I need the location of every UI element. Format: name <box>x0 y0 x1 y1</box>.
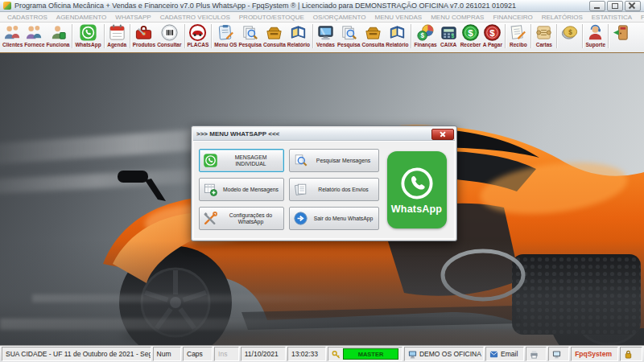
support-button[interactable]: Suporte <box>584 23 606 48</box>
individual-message-button[interactable]: MENSAGEM INDIVIDUAL <box>199 149 284 172</box>
menu-item-label: CADASTRO VEICULOS <box>160 14 230 21</box>
dialog-close-button[interactable] <box>431 129 454 140</box>
close-button[interactable] <box>625 1 641 11</box>
toolbar-button-label: Funciona <box>47 42 70 48</box>
toolbar: ClientesForneceFuncionaWhatsAppAgendaPro… <box>0 23 644 53</box>
menu-ferramentas[interactable]: FERRAMENTAS <box>637 14 644 21</box>
toolbar-button-label: Cartas <box>536 42 552 48</box>
dialog-title-bar[interactable]: >>> MENU WHATSAPP <<< <box>193 128 455 141</box>
agenda-button[interactable]: Agenda <box>106 23 128 48</box>
license-plates-button[interactable]: PLACAS <box>187 23 210 48</box>
payables-button[interactable]: $A Pagar <box>481 23 503 48</box>
menu-estatistica[interactable]: ESTATISTICA <box>588 14 636 21</box>
sales-report-button[interactable]: Relatório <box>385 23 409 48</box>
cashier-icon: $ <box>440 23 458 42</box>
coin-button[interactable]: $ <box>559 23 580 42</box>
menu-financeiro[interactable]: FINANCEIRO <box>489 14 536 21</box>
menu-produto-estoque[interactable]: PRODUTO/ESTOQUE <box>235 14 308 21</box>
receivables-button[interactable]: $Receber <box>460 23 482 48</box>
toolbar-button-label: Finanças <box>414 42 436 48</box>
book-icon <box>388 23 407 42</box>
suppliers-button[interactable]: Fornece <box>23 23 45 48</box>
consult-products-button[interactable]: Consultar <box>156 23 182 48</box>
drawer-icon <box>265 23 283 42</box>
receipt-button[interactable]: Recibo <box>507 23 529 48</box>
menu-vendas[interactable]: MENU VENDAS <box>370 14 426 21</box>
minimize-button[interactable] <box>589 1 605 11</box>
menu-item-label: RELATÓRIOS <box>542 14 583 21</box>
dialog-button-label: MENSAGEM INDIVIDUAL <box>221 154 280 167</box>
status-insert: Ins <box>214 347 239 361</box>
desktop-area: >>> MENU WHATSAPP <<< MENSAGEM INDIVIDUA… <box>0 53 644 345</box>
clients-button[interactable]: Clientes <box>2 23 23 48</box>
svg-text:$: $ <box>468 28 473 38</box>
search-messages-button[interactable]: Pesquisar Mensagens <box>289 149 379 172</box>
menu-relatorios[interactable]: RELATÓRIOS <box>538 14 587 21</box>
whatsapp-settings-button[interactable]: Configurações do WhatsApp <box>199 207 284 230</box>
menu-item-label: AGENDAMENTO <box>56 14 107 21</box>
sales-consult-button[interactable]: Consulta <box>361 23 385 48</box>
menu-cadastro-veiculos[interactable]: CADASTRO VEICULOS <box>156 14 234 21</box>
menu-whatsapp[interactable]: WHATSAPP <box>111 14 155 21</box>
menu-item-label: MENU COMPRAS <box>431 14 484 21</box>
toolbar-separator <box>556 24 557 48</box>
service-order-menu-button[interactable]: Menu OS <box>213 23 237 48</box>
finance-button[interactable]: $Finanças <box>413 23 437 48</box>
status-segment-text: DEMO OS OFICINA 7.0 <box>419 350 484 358</box>
sales-search-button[interactable]: Pesquisa <box>336 23 361 48</box>
dialog-button-label: Sair do Menu WhatsApp <box>312 216 375 222</box>
window-title: Programa Oficina Mecânica + Vendas e Fin… <box>14 2 586 10</box>
exit-button[interactable] <box>610 23 632 42</box>
letters-button[interactable]: Cartas <box>533 23 555 48</box>
whatsapp-logo-text: WhatsApp <box>391 204 442 215</box>
toolbar-separator <box>530 24 531 48</box>
os-report-button[interactable]: Relatório <box>287 23 311 48</box>
toolbar-button-label: Agenda <box>107 42 126 48</box>
whatsapp-button[interactable]: WhatsApp <box>74 23 101 48</box>
title-bar: Programa Oficina Mecânica + Vendas e Fin… <box>0 0 644 12</box>
products-button[interactable]: Produtos <box>132 23 157 48</box>
workorder-icon <box>217 23 235 42</box>
toolbar-button-label: Consulta <box>361 42 384 48</box>
exit-arrow-icon <box>293 211 308 226</box>
exit-whatsapp-menu-button[interactable]: Sair do Menu WhatsApp <box>289 207 379 230</box>
studio-floor <box>0 241 644 345</box>
suppliers-icon <box>25 23 43 42</box>
status-numlock: Num <box>153 347 181 361</box>
toolbar-button-label: Pesquisa <box>238 42 262 48</box>
coin-red-icon: $ <box>483 23 502 42</box>
menu-compras[interactable]: MENU COMPRAS <box>427 14 488 21</box>
status-brand: FpqSystem <box>571 347 618 361</box>
status-segment-text: Email <box>501 350 518 358</box>
message-template-button[interactable]: Modelo de Mensagens <box>199 178 284 201</box>
employees-button[interactable]: Funciona <box>46 23 71 48</box>
cashier-button[interactable]: $CAIXA <box>438 23 460 48</box>
dialog-button-label: Relatório dos Envios <box>312 187 375 193</box>
menu-cadastros[interactable]: CADASTROS <box>3 14 52 21</box>
msg-template-icon <box>203 182 218 197</box>
status-time: 13:02:33 <box>287 347 326 361</box>
toolbar-separator <box>608 24 609 48</box>
toolbar-separator <box>582 24 583 48</box>
dialog-button-label: Pesquisar Mensagens <box>312 158 375 164</box>
toolbar-button-label: CAIXA <box>440 42 456 48</box>
svg-text:$: $ <box>490 28 496 38</box>
maximize-button[interactable] <box>607 1 623 11</box>
barcode-icon <box>160 23 179 42</box>
menu-os-orcamento[interactable]: OS/ORÇAMENTO <box>309 14 370 21</box>
book-icon <box>289 23 308 42</box>
whatsapp-logo: WhatsApp <box>387 151 447 228</box>
finance-icon: $ <box>416 23 435 42</box>
menu-item-label: PRODUTO/ESTOQUE <box>239 14 304 21</box>
svg-text:$: $ <box>420 32 424 39</box>
toolbar-button-label: Produtos <box>133 42 156 48</box>
toolbar-separator <box>312 24 313 48</box>
send-report-button[interactable]: Relatório dos Envios <box>289 178 379 201</box>
menu-agendamento[interactable]: AGENDAMENTO <box>52 14 111 21</box>
os-consult-button[interactable]: Consulta <box>262 23 287 48</box>
toolbar-button-label: Menu OS <box>214 42 237 48</box>
sales-button[interactable]: Vendas <box>315 23 336 48</box>
os-search-button[interactable]: Pesquisa <box>237 23 262 48</box>
toolbar-button-label: Consulta <box>263 42 286 48</box>
whatsapp-logo-panel: WhatsApp <box>384 149 449 230</box>
